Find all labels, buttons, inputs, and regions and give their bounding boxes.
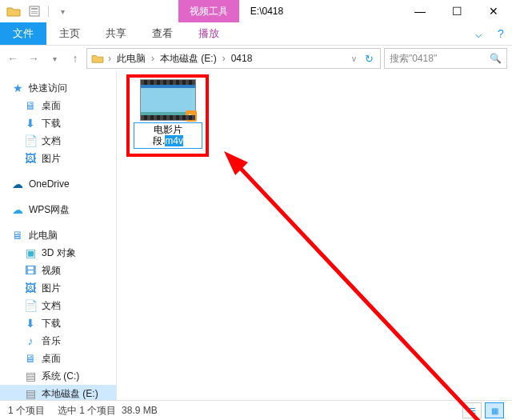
chevron-right-icon[interactable]: › bbox=[150, 53, 156, 64]
help-icon[interactable]: ? bbox=[490, 22, 512, 45]
ribbon-tabs: 文件 主页 共享 查看 播放 ⌵ ? bbox=[0, 22, 512, 46]
status-item-count: 1 个项目 bbox=[8, 404, 45, 418]
tree-edrive[interactable]: ▤本地磁盘 (E:) bbox=[0, 385, 116, 400]
search-input[interactable]: 搜索"0418" 🔍 bbox=[384, 48, 507, 69]
folder-icon bbox=[90, 54, 105, 63]
search-placeholder: 搜索"0418" bbox=[390, 52, 437, 66]
file-name-edit[interactable]: 电影片 段.m4v bbox=[134, 122, 202, 149]
tab-view[interactable]: 查看 bbox=[139, 22, 186, 45]
view-large-icons-button[interactable]: ▦ bbox=[485, 402, 504, 418]
video-thumbnail-icon: ▶ bbox=[140, 79, 196, 121]
explorer-window: ▾ 视频工具 E:\0418 — ☐ ✕ 文件 主页 共享 查看 播放 ⌵ ? … bbox=[0, 0, 512, 420]
breadcrumb-segment[interactable]: 本地磁盘 (E:) bbox=[158, 52, 219, 66]
onedrive-icon: ☁ bbox=[11, 178, 24, 190]
view-details-button[interactable]: ☰ bbox=[462, 402, 482, 418]
star-icon: ★ bbox=[11, 82, 24, 94]
address-bar[interactable]: › 此电脑 › 本地磁盘 (E:) › 0418 v ↻ bbox=[86, 48, 381, 69]
status-selection: 选中 1 个项目 38.9 MB bbox=[58, 404, 158, 418]
window-controls: — ☐ ✕ bbox=[402, 0, 512, 22]
tree-documents[interactable]: 📄文档 bbox=[0, 132, 116, 150]
video-icon: 🎞 bbox=[24, 264, 37, 277]
tab-play[interactable]: 播放 bbox=[186, 22, 232, 45]
music-icon: ♪ bbox=[24, 334, 37, 347]
chevron-right-icon[interactable]: › bbox=[106, 53, 113, 64]
play-badge-icon: ▶ bbox=[186, 110, 197, 122]
filename-selection: m4v bbox=[165, 135, 183, 146]
tree-3d[interactable]: ▣3D 对象 bbox=[0, 244, 116, 262]
nav-back-button[interactable]: ← bbox=[5, 52, 21, 65]
svg-rect-1 bbox=[31, 8, 38, 10]
nav-recent-dropdown[interactable]: ▾ bbox=[46, 54, 62, 63]
tab-home[interactable]: 主页 bbox=[46, 22, 93, 45]
tree-downloads2[interactable]: ⬇下载 bbox=[0, 314, 116, 332]
pictures-icon: 🖼 bbox=[24, 152, 37, 165]
quick-access-toolbar: ▾ bbox=[0, 0, 71, 22]
tree-pictures2[interactable]: 🖼图片 bbox=[0, 279, 116, 297]
titlebar: ▾ 视频工具 E:\0418 — ☐ ✕ bbox=[0, 0, 512, 22]
cube-icon: ▣ bbox=[24, 246, 37, 259]
tab-file[interactable]: 文件 bbox=[0, 22, 46, 45]
tree-onedrive[interactable]: ☁OneDrive bbox=[0, 175, 116, 193]
cloud-icon: ☁ bbox=[11, 203, 24, 216]
nav-forward-button[interactable]: → bbox=[26, 52, 42, 65]
desktop-icon: 🖥 bbox=[24, 352, 37, 365]
search-icon: 🔍 bbox=[490, 53, 502, 64]
tree-music[interactable]: ♪音乐 bbox=[0, 332, 116, 350]
context-tab-video[interactable]: 视频工具 bbox=[178, 0, 239, 22]
breadcrumb-segment[interactable]: 此电脑 bbox=[114, 52, 148, 66]
breadcrumb-segment[interactable]: 0418 bbox=[229, 53, 255, 64]
body: ★快速访问 🖥桌面 ⬇下载 📄文档 🖼图片 ☁OneDrive ☁WPS网盘 🖥… bbox=[0, 71, 512, 400]
tree-pictures[interactable]: 🖼图片 bbox=[0, 150, 116, 167]
svg-line-4 bbox=[232, 159, 493, 420]
nav-up-button[interactable]: ↑ bbox=[67, 52, 83, 65]
tab-share[interactable]: 共享 bbox=[93, 22, 139, 45]
svg-marker-5 bbox=[224, 151, 248, 175]
annotation-arrow bbox=[189, 148, 509, 420]
document-icon: 📄 bbox=[24, 134, 37, 147]
tree-documents2[interactable]: 📄文档 bbox=[0, 297, 116, 314]
status-bar: 1 个项目 选中 1 个项目 38.9 MB ☰ ▦ bbox=[0, 400, 512, 420]
tree-cdrive[interactable]: ▤系统 (C:) bbox=[0, 367, 116, 385]
tree-quick-access[interactable]: ★快速访问 bbox=[0, 79, 116, 97]
tree-thispc[interactable]: 🖥此电脑 bbox=[0, 226, 116, 244]
tree-downloads[interactable]: ⬇下载 bbox=[0, 114, 116, 132]
minimize-button[interactable]: — bbox=[402, 0, 438, 22]
file-item[interactable]: ▶ 电影片 段.m4v bbox=[133, 79, 203, 149]
nav-tree[interactable]: ★快速访问 🖥桌面 ⬇下载 📄文档 🖼图片 ☁OneDrive ☁WPS网盘 🖥… bbox=[0, 71, 117, 400]
desktop-icon: 🖥 bbox=[24, 99, 37, 112]
window-title: E:\0418 bbox=[239, 0, 294, 22]
qat-dropdown-icon[interactable]: ▾ bbox=[54, 3, 71, 19]
svg-rect-3 bbox=[31, 13, 38, 14]
properties-icon[interactable] bbox=[26, 3, 43, 19]
address-bar-row: ← → ▾ ↑ › 此电脑 › 本地磁盘 (E:) › 0418 v ↻ 搜索"… bbox=[0, 46, 512, 71]
address-dropdown-icon[interactable]: v bbox=[349, 54, 359, 63]
pc-icon: 🖥 bbox=[11, 229, 24, 242]
folder-icon[interactable] bbox=[5, 3, 22, 19]
svg-rect-2 bbox=[31, 11, 38, 12]
tree-wps[interactable]: ☁WPS网盘 bbox=[0, 201, 116, 218]
tree-desktop[interactable]: 🖥桌面 bbox=[0, 97, 116, 114]
close-button[interactable]: ✕ bbox=[475, 0, 512, 22]
document-icon: 📄 bbox=[24, 299, 37, 312]
drive-icon: ▤ bbox=[24, 370, 37, 382]
pictures-icon: 🖼 bbox=[24, 282, 37, 294]
file-list[interactable]: ▶ 电影片 段.m4v bbox=[117, 71, 512, 400]
tree-desktop2[interactable]: 🖥桌面 bbox=[0, 350, 116, 367]
chevron-right-icon[interactable]: › bbox=[221, 53, 227, 64]
download-icon: ⬇ bbox=[24, 117, 37, 130]
tree-videos[interactable]: 🎞视频 bbox=[0, 262, 116, 279]
ribbon-expand-icon[interactable]: ⌵ bbox=[467, 22, 490, 45]
drive-icon: ▤ bbox=[24, 387, 37, 400]
maximize-button[interactable]: ☐ bbox=[438, 0, 475, 22]
download-icon: ⬇ bbox=[24, 317, 37, 330]
refresh-icon[interactable]: ↻ bbox=[361, 53, 377, 65]
